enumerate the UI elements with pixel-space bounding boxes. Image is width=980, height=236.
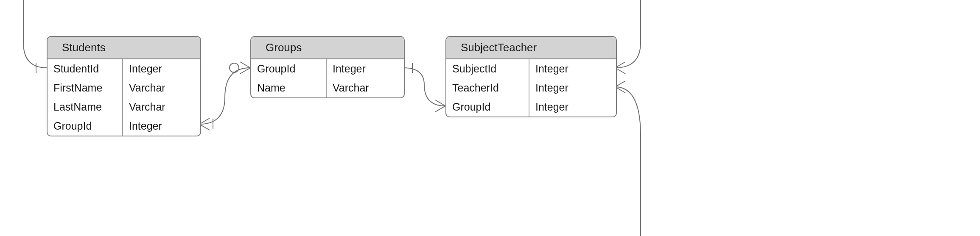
column-name: GroupId bbox=[251, 59, 326, 78]
column-name: GroupId bbox=[446, 97, 529, 117]
column-type: Varchar bbox=[123, 78, 199, 97]
column-type: Integer bbox=[327, 59, 403, 78]
column-name: TeacherId bbox=[446, 78, 529, 97]
zero-circle-icon bbox=[230, 63, 239, 72]
rel-groups-subjectteacher bbox=[403, 68, 445, 106]
rel-students-groups bbox=[199, 68, 250, 124]
column-type: Varchar bbox=[123, 97, 199, 117]
entity-students: Students StudentId FirstName LastName Gr… bbox=[47, 36, 201, 136]
column-type: Integer bbox=[529, 97, 615, 117]
column-name: LastName bbox=[48, 97, 122, 117]
entity-title: Groups bbox=[251, 37, 404, 59]
column-type: Integer bbox=[529, 78, 615, 97]
entity-groups: Groups GroupId Name Integer Varchar bbox=[250, 36, 405, 98]
column-name: FirstName bbox=[48, 78, 122, 97]
entity-title: SubjectTeacher bbox=[446, 37, 616, 59]
column-type: Integer bbox=[123, 59, 199, 78]
entity-title: Students bbox=[48, 37, 200, 59]
column-type: Integer bbox=[123, 117, 199, 136]
column-name: SubjectId bbox=[446, 59, 529, 78]
column-name: GroupId bbox=[48, 117, 122, 136]
rel-subjectteacher-right-top bbox=[615, 0, 641, 68]
column-name: StudentId bbox=[48, 59, 122, 78]
crows-foot-icon bbox=[435, 100, 445, 112]
column-type: Varchar bbox=[327, 78, 403, 97]
rel-subjectteacher-right-bottom bbox=[615, 87, 641, 236]
column-type: Integer bbox=[529, 59, 615, 78]
entity-subjectteacher: SubjectTeacher SubjectId TeacherId Group… bbox=[445, 36, 617, 117]
er-diagram-canvas: Students StudentId FirstName LastName Gr… bbox=[0, 0, 980, 236]
crows-foot-icon bbox=[240, 62, 250, 74]
column-name: Name bbox=[251, 78, 326, 97]
rel-students-left-offscreen bbox=[23, 0, 47, 68]
